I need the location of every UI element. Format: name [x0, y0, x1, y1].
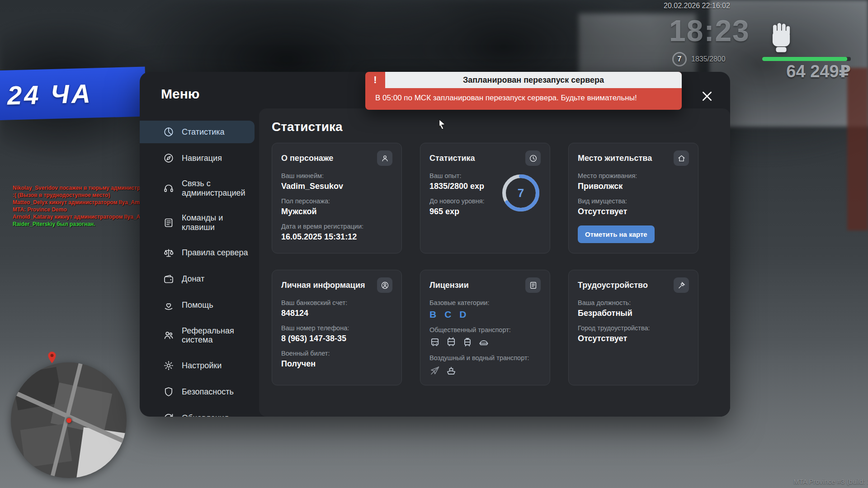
shop-sign-text: 24 ЧА	[7, 78, 93, 110]
field-value: Vadim_Sesukov	[281, 182, 392, 191]
card-personal-info: Личная информация Ваш банковский счет: 8…	[272, 270, 402, 385]
menu-panel: Меню Статистика Навигация Связь с админи…	[140, 72, 730, 417]
hud-clock: 18:23	[669, 14, 750, 48]
minimap	[11, 362, 127, 478]
sidebar-item-help[interactable]: Помощь	[140, 294, 255, 317]
plane-icon	[429, 365, 440, 376]
field-value: Отсутствует	[578, 334, 689, 343]
clock-icon	[525, 150, 541, 166]
field-label: Общественный транспорт:	[429, 326, 541, 333]
sidebar-item-referral[interactable]: Реферальная система	[140, 320, 255, 351]
sidebar-item-security[interactable]: Безопасность	[140, 380, 255, 403]
close-button[interactable]	[698, 88, 716, 105]
refresh-check-icon	[163, 413, 174, 417]
mark-on-map-button[interactable]: Отметить на карте	[578, 225, 655, 243]
card-title: Трудоустройство	[578, 281, 648, 290]
field-label: Ваш банковский счет:	[281, 299, 392, 306]
card-residence: Место жительства Место проживания: Приво…	[568, 143, 698, 253]
person-icon	[377, 150, 392, 166]
air-water-transport-icons	[429, 365, 541, 376]
wallet-icon	[163, 274, 174, 285]
field-value: 1835/2800 exp	[429, 182, 485, 191]
field-value: Безработный	[578, 309, 689, 318]
server-restart-toast: ! Запланирован перезапуск сервера В 05:0…	[365, 72, 682, 110]
field-label: Дата и время регистрации:	[281, 223, 392, 230]
fist-icon	[767, 19, 795, 55]
sidebar-item-label: Донат	[182, 274, 204, 284]
warning-icon: !	[365, 72, 385, 88]
menu-title: Меню	[161, 86, 199, 102]
field-value: 965 exp	[429, 207, 485, 216]
sidebar-item-label: Статистика	[182, 127, 225, 137]
card-title: Место жительства	[578, 154, 652, 163]
field-label: Воздушный и водный транспорт:	[429, 354, 541, 361]
sidebar: Статистика Навигация Связь с администрац…	[140, 121, 259, 417]
person-circle-icon	[377, 277, 392, 293]
sidebar-item-statistics[interactable]: Статистика	[140, 121, 255, 143]
sidebar-item-label: Команды и клавиши	[182, 213, 250, 232]
field-label: Ваш номер телефона:	[281, 324, 392, 332]
sidebar-item-donate[interactable]: Донат	[140, 268, 255, 291]
map-pin-icon	[46, 351, 58, 365]
field-label: Пол персонажа:	[281, 197, 392, 205]
home-icon	[674, 150, 689, 166]
card-licenses: Лицензии Базовые категории: B C D Общест…	[420, 270, 550, 385]
sidebar-item-navigation[interactable]: Навигация	[140, 147, 255, 169]
field-label: До нового уровня:	[429, 197, 485, 205]
sidebar-item-commands-keys[interactable]: Команды и клавиши	[140, 207, 255, 238]
ring-level-value: 7	[518, 186, 524, 200]
field-value: 16.05.2025 15:31:12	[281, 232, 392, 242]
field-label: Ваш никнейм:	[281, 172, 392, 179]
sidebar-item-label: Реферальная система	[182, 326, 250, 345]
field-label: Ваш опыт:	[429, 172, 485, 179]
card-title: Статистика	[429, 154, 475, 163]
sidebar-item-server-rules[interactable]: Правила сервера	[140, 242, 255, 264]
license-category-b: B	[429, 309, 436, 320]
sidebar-item-label: Настройки	[182, 361, 222, 371]
trolleybus-icon	[446, 337, 457, 348]
sidebar-item-admin-contact[interactable]: Связь с администрацией	[140, 173, 255, 204]
sidebar-item-label: Помощь	[182, 300, 213, 310]
card-character: О персонаже Ваш никнейм: Vadim_Sesukov П…	[272, 143, 402, 253]
heart-hands-icon	[163, 300, 174, 311]
gear-icon	[163, 360, 174, 371]
tram-icon	[462, 337, 473, 348]
player-marker	[66, 418, 71, 423]
sidebar-item-settings[interactable]: Настройки	[140, 354, 255, 377]
license-category-d: D	[459, 309, 466, 320]
sidebar-item-label: Правила сервера	[182, 248, 248, 258]
close-icon	[700, 89, 714, 103]
field-value: 848124	[281, 309, 392, 318]
compass-icon	[163, 153, 174, 164]
shield-icon	[163, 386, 174, 397]
exp-label: 1835/2800	[691, 55, 726, 63]
content-area: Статистика О персонаже Ваш никнейм: Vadi…	[259, 108, 730, 417]
id-card-icon	[525, 277, 541, 293]
sidebar-item-updates[interactable]: Обновления	[140, 407, 255, 417]
bus-icon	[429, 337, 440, 348]
page-title: Статистика	[272, 119, 730, 135]
cards-grid: О персонаже Ваш никнейм: Vadim_Sesukov П…	[272, 143, 730, 385]
field-label: Базовые категории:	[429, 299, 541, 306]
card-title: Лицензии	[429, 281, 469, 290]
field-value: Приволжск	[578, 182, 689, 191]
scales-icon	[163, 248, 174, 258]
field-label: Место проживания:	[578, 172, 689, 179]
public-transport-icons	[429, 337, 541, 348]
card-employment: Трудоустройство Ваша должность: Безработ…	[568, 270, 698, 385]
card-statistics: Статистика Ваш опыт: 1835/2800 exp До но…	[420, 143, 550, 253]
field-value: Отсутствует	[578, 207, 689, 216]
level-badge: 7	[672, 52, 687, 66]
field-label: Город трудоустройства:	[578, 324, 689, 332]
red-wall	[847, 68, 868, 230]
mouse-cursor	[436, 118, 448, 130]
health-bar	[762, 57, 851, 61]
toast-body: В 05:00 по МСК запланирован перезапуск с…	[365, 88, 682, 110]
card-title: О персонаже	[281, 154, 333, 163]
field-label: Вид имущества:	[578, 197, 689, 205]
hud-level: 7 1835/2800	[672, 52, 726, 66]
commands-icon	[163, 217, 174, 228]
field-value: Мужской	[281, 207, 392, 216]
field-value: 8 (963) 147-38-35	[281, 334, 392, 343]
taxi-icon	[478, 337, 489, 348]
